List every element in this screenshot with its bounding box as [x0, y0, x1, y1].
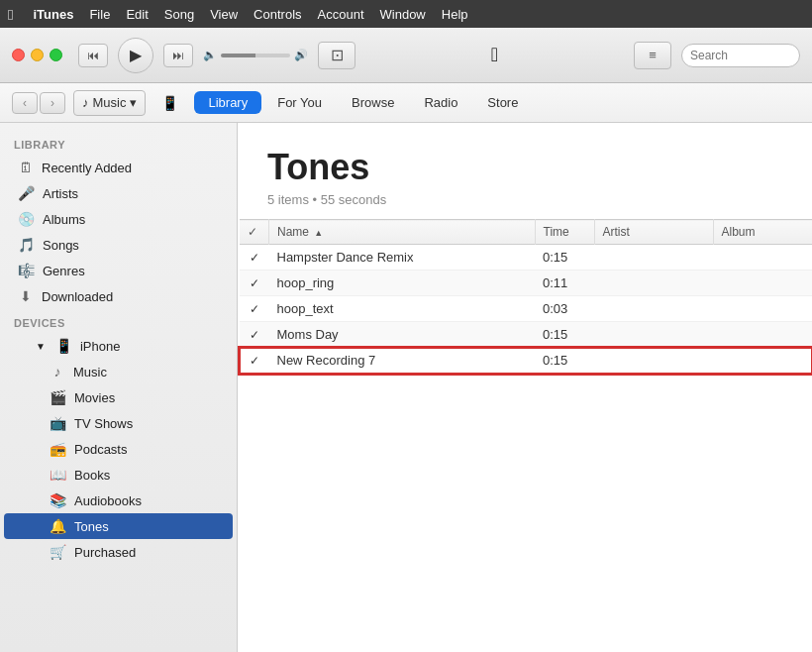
track-name: Hampster Dance Remix [269, 245, 536, 271]
sidebar-item-songs[interactable]: 🎵 Songs [4, 232, 233, 258]
track-time: 0:11 [535, 271, 594, 296]
sidebar-item-artists[interactable]: 🎤 Artists [4, 180, 233, 206]
sidebar-item-downloaded[interactable]: ⬇ Downloaded [4, 283, 233, 309]
forward-button[interactable]: ⏭ [163, 44, 193, 67]
menu-file[interactable]: File [89, 7, 110, 22]
books-icon: 📖 [50, 467, 66, 483]
track-artist [594, 322, 713, 348]
table-row[interactable]: ✓ hoop_ring 0:11 [240, 271, 813, 296]
col-header-album[interactable]: Album [713, 220, 812, 245]
source-selector[interactable]: ♪ Music ▾ [73, 90, 146, 116]
forward-icon: ⏭ [172, 49, 184, 62]
menu-help[interactable]: Help [442, 7, 468, 22]
menu-view[interactable]: View [210, 7, 238, 22]
play-icon: ▶ [130, 46, 142, 64]
back-arrow-icon: ‹ [23, 96, 27, 110]
songs-icon: 🎵 [18, 237, 35, 253]
col-header-time[interactable]: Time [535, 220, 594, 245]
track-name: hoop_text [269, 296, 536, 322]
library-section-title: Library [0, 131, 237, 155]
music-label: Music [73, 365, 107, 380]
music-note-icon: ♪ [82, 95, 89, 110]
track-album [713, 296, 812, 322]
col-header-artist[interactable]: Artist [594, 220, 713, 245]
airplay-button[interactable]: ⊡ [318, 42, 355, 69]
table-header: ✓ Name ▲ Time Artist Album [240, 220, 813, 245]
sidebar-item-books[interactable]: 📖 Books [4, 462, 233, 488]
menu-account[interactable]: Account [318, 7, 364, 22]
track-album [713, 245, 812, 271]
menu-itunes[interactable]: iTunes [33, 7, 73, 22]
col-header-check: ✓ [240, 220, 269, 245]
sidebar: Library 🗓 Recently Added 🎤 Artists 💿 Alb… [0, 123, 238, 652]
track-album [713, 322, 812, 348]
back-button[interactable]: ‹ [12, 92, 38, 114]
search-input[interactable] [681, 44, 800, 67]
table-row[interactable]: ✓ hoop_text 0:03 [240, 296, 813, 322]
menu-edit[interactable]: Edit [126, 7, 148, 22]
rewind-button[interactable]: ⏮ [78, 44, 108, 67]
menu-controls[interactable]: Controls [254, 7, 301, 22]
track-album [713, 271, 812, 296]
menu-window[interactable]: Window [380, 7, 426, 22]
name-header-label: Name [277, 225, 309, 239]
maximize-button[interactable] [50, 49, 62, 61]
iphone-device-icon: 📱 [55, 338, 72, 354]
track-time: 0:03 [535, 296, 594, 322]
apple-menu-icon[interactable]:  [8, 6, 13, 23]
table-row[interactable]: ✓ Moms Day 0:15 [240, 322, 813, 348]
devices-section-title: Devices [0, 309, 237, 333]
artist-header-label: Artist [603, 225, 630, 239]
nav-tabs: Library For You Browse Radio Store [194, 91, 532, 114]
track-check: ✓ [240, 271, 269, 296]
chevron-down-icon: ▾ [130, 95, 137, 110]
track-name: Moms Day [269, 322, 536, 348]
sidebar-item-podcasts[interactable]: 📻 Podcasts [4, 436, 233, 462]
page-title: Tones [267, 147, 782, 188]
col-header-name[interactable]: Name ▲ [269, 220, 536, 245]
track-check: ✓ [240, 322, 269, 348]
track-artist [594, 296, 713, 322]
artists-label: Artists [43, 186, 78, 201]
content-header: Tones 5 items • 55 seconds [238, 123, 812, 219]
sidebar-item-albums[interactable]: 💿 Albums [4, 206, 233, 232]
sidebar-item-genres[interactable]: 🎼 Genres [4, 258, 233, 283]
volume-control[interactable]: 🔈 🔊 [203, 49, 308, 61]
tab-library[interactable]: Library [194, 91, 261, 114]
minimize-button[interactable] [31, 49, 44, 61]
tab-for-you[interactable]: For You [263, 91, 336, 114]
table-row[interactable]: ✓ New Recording 7 0:15 [240, 348, 813, 374]
audiobooks-label: Audiobooks [74, 493, 142, 508]
recently-added-icon: 🗓 [18, 160, 34, 175]
list-view-button[interactable]: ≡ [634, 42, 671, 69]
toolbar: ⏮ ▶ ⏭ 🔈 🔊 ⊡  ≡ [0, 28, 812, 83]
sidebar-item-tv-shows[interactable]: 📺 TV Shows [4, 410, 233, 436]
tab-browse[interactable]: Browse [338, 91, 408, 114]
volume-slider-track[interactable] [221, 54, 290, 57]
books-label: Books [74, 468, 110, 483]
sidebar-item-music[interactable]: ♪ Music [4, 359, 233, 384]
sidebar-item-tones[interactable]: 🔔 Tones [4, 513, 233, 539]
forward-arrow-icon: › [51, 96, 54, 110]
sidebar-item-audiobooks[interactable]: 📚 Audiobooks [4, 488, 233, 513]
sidebar-item-iphone[interactable]: ▼ 📱 iPhone [4, 333, 233, 359]
podcasts-label: Podcasts [74, 442, 127, 457]
tab-radio[interactable]: Radio [410, 91, 471, 114]
menu-song[interactable]: Song [164, 7, 194, 22]
recently-added-label: Recently Added [42, 161, 132, 175]
play-button[interactable]: ▶ [118, 38, 153, 73]
iphone-label: iPhone [80, 339, 120, 354]
tv-shows-icon: 📺 [50, 415, 66, 431]
downloaded-icon: ⬇ [18, 288, 34, 304]
purchased-label: Purchased [74, 545, 136, 560]
forward-button[interactable]: › [40, 92, 65, 114]
table-row[interactable]: ✓ Hampster Dance Remix 0:15 [240, 245, 813, 271]
track-name: hoop_ring [269, 271, 536, 296]
sidebar-item-movies[interactable]: 🎬 Movies [4, 384, 233, 410]
tab-store[interactable]: Store [473, 91, 532, 114]
track-name: New Recording 7 [269, 348, 536, 374]
genres-label: Genres [43, 264, 85, 278]
close-button[interactable] [12, 49, 25, 61]
sidebar-item-purchased[interactable]: 🛒 Purchased [4, 539, 233, 565]
sidebar-item-recently-added[interactable]: 🗓 Recently Added [4, 155, 233, 180]
